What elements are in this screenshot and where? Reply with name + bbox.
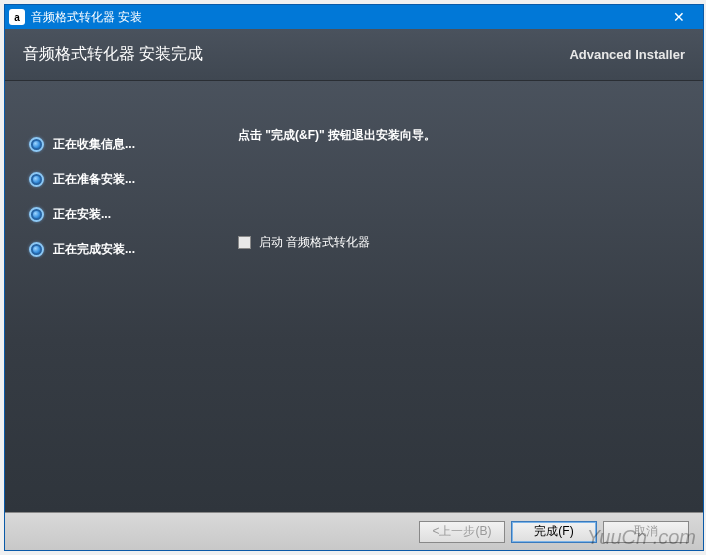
header: 音频格式转化器 安装完成 Advanced Installer <box>5 29 703 81</box>
step-label: 正在准备安装... <box>53 171 135 188</box>
launch-checkbox-label: 启动 音频格式转化器 <box>259 234 370 251</box>
app-icon: a <box>9 9 25 25</box>
step-collecting: 正在收集信息... <box>29 136 220 153</box>
footer: <上一步(B) 完成(F) 取消 <box>5 512 703 550</box>
step-preparing: 正在准备安装... <box>29 171 220 188</box>
step-finishing: 正在完成安装... <box>29 241 220 258</box>
finish-button[interactable]: 完成(F) <box>511 521 597 543</box>
titlebar: a 音频格式转化器 安装 ✕ <box>5 5 703 29</box>
step-label: 正在收集信息... <box>53 136 135 153</box>
steps-sidebar: 正在收集信息... 正在准备安装... 正在安装... 正在完成安装... <box>5 81 220 512</box>
checkbox-icon[interactable] <box>238 236 251 249</box>
step-installing: 正在安装... <box>29 206 220 223</box>
cancel-button: 取消 <box>603 521 689 543</box>
radio-filled-icon <box>29 137 44 152</box>
radio-filled-icon <box>29 172 44 187</box>
body: 正在收集信息... 正在准备安装... 正在安装... 正在完成安装... 点击… <box>5 81 703 512</box>
brand-label: Advanced Installer <box>569 47 685 62</box>
launch-checkbox-row[interactable]: 启动 音频格式转化器 <box>238 234 673 251</box>
installer-window: a 音频格式转化器 安装 ✕ 音频格式转化器 安装完成 Advanced Ins… <box>4 4 704 551</box>
instruction-text: 点击 "完成(&F)" 按钮退出安装向导。 <box>238 127 673 144</box>
close-button[interactable]: ✕ <box>659 5 699 29</box>
window-title: 音频格式转化器 安装 <box>31 9 659 26</box>
step-label: 正在完成安装... <box>53 241 135 258</box>
page-title: 音频格式转化器 安装完成 <box>23 44 569 65</box>
content-panel: 点击 "完成(&F)" 按钮退出安装向导。 启动 音频格式转化器 <box>220 81 703 512</box>
step-label: 正在安装... <box>53 206 111 223</box>
back-button: <上一步(B) <box>419 521 505 543</box>
radio-filled-icon <box>29 207 44 222</box>
radio-filled-icon <box>29 242 44 257</box>
